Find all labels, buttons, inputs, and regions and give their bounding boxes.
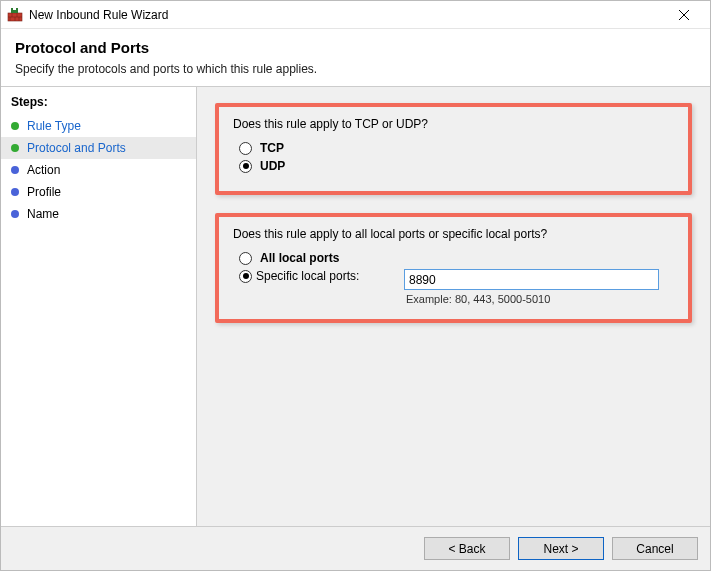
step-bullet-icon	[11, 122, 19, 130]
radio-tcp[interactable]	[239, 142, 252, 155]
step-bullet-icon	[11, 166, 19, 174]
step-item-name[interactable]: Name	[1, 203, 196, 225]
radio-allports-row[interactable]: All local ports	[239, 251, 674, 265]
steps-sidebar: Steps: Rule TypeProtocol and PortsAction…	[1, 87, 197, 526]
step-label: Action	[27, 163, 60, 177]
specific-ports-input[interactable]	[404, 269, 659, 290]
titlebar: New Inbound Rule Wizard	[1, 1, 710, 29]
radio-udp-label: UDP	[260, 159, 285, 173]
page-subtitle: Specify the protocols and ports to which…	[15, 62, 696, 76]
ports-question: Does this rule apply to all local ports …	[233, 227, 674, 241]
radio-all-ports-label: All local ports	[260, 251, 339, 265]
wizard-window: New Inbound Rule Wizard Protocol and Por…	[0, 0, 711, 571]
step-item-rule-type[interactable]: Rule Type	[1, 115, 196, 137]
ports-group: Does this rule apply to all local ports …	[215, 213, 692, 323]
radio-specific-ports[interactable]	[239, 270, 252, 283]
radio-tcp-row[interactable]: TCP	[239, 141, 674, 155]
step-label: Protocol and Ports	[27, 141, 126, 155]
next-button[interactable]: Next >	[518, 537, 604, 560]
ports-example: Example: 80, 443, 5000-5010	[406, 293, 674, 305]
wizard-header: Protocol and Ports Specify the protocols…	[1, 29, 710, 86]
radio-tcp-label: TCP	[260, 141, 284, 155]
wizard-footer: < Back Next > Cancel	[1, 526, 710, 570]
step-label: Name	[27, 207, 59, 221]
back-button[interactable]: < Back	[424, 537, 510, 560]
page-title: Protocol and Ports	[15, 39, 696, 56]
ports-input-col: Example: 80, 443, 5000-5010	[404, 269, 674, 305]
protocol-question: Does this rule apply to TCP or UDP?	[233, 117, 674, 131]
radio-udp-row[interactable]: UDP	[239, 159, 674, 173]
step-item-profile[interactable]: Profile	[1, 181, 196, 203]
step-bullet-icon	[11, 144, 19, 152]
firewall-icon	[7, 7, 23, 23]
close-button[interactable]	[664, 1, 704, 29]
step-label: Profile	[27, 185, 61, 199]
step-label: Rule Type	[27, 119, 81, 133]
step-bullet-icon	[11, 188, 19, 196]
radio-specific-row: Specific local ports: Example: 80, 443, …	[239, 269, 674, 305]
radio-specific-col[interactable]: Specific local ports:	[239, 269, 404, 283]
radio-udp[interactable]	[239, 160, 252, 173]
steps-label: Steps:	[1, 95, 196, 115]
content-area: Steps: Rule TypeProtocol and PortsAction…	[1, 86, 710, 526]
radio-all-ports[interactable]	[239, 252, 252, 265]
step-item-action[interactable]: Action	[1, 159, 196, 181]
protocol-group: Does this rule apply to TCP or UDP? TCP …	[215, 103, 692, 195]
main-panel: Does this rule apply to TCP or UDP? TCP …	[197, 87, 710, 526]
radio-specific-ports-label: Specific local ports:	[256, 269, 359, 283]
step-bullet-icon	[11, 210, 19, 218]
window-title: New Inbound Rule Wizard	[29, 8, 664, 22]
close-icon	[679, 10, 689, 20]
cancel-button[interactable]: Cancel	[612, 537, 698, 560]
step-item-protocol-and-ports[interactable]: Protocol and Ports	[1, 137, 196, 159]
